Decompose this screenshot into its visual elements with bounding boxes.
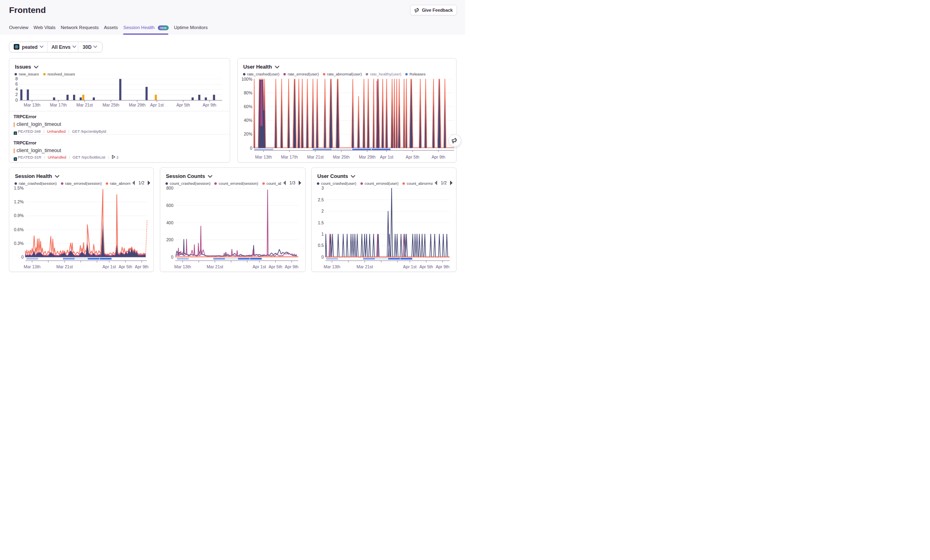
svg-text:0.9%: 0.9% [14, 213, 24, 218]
svg-text:Apr 1st: Apr 1st [380, 155, 393, 159]
svg-text:Apr 1st: Apr 1st [403, 264, 417, 269]
svg-text:400: 400 [166, 220, 174, 225]
svg-text:8: 8 [15, 76, 18, 81]
svg-text:Apr 5th: Apr 5th [119, 264, 132, 269]
svg-text:Apr 9th: Apr 9th [203, 102, 216, 107]
svg-text:Mar 17th: Mar 17th [50, 102, 67, 107]
svg-text:Apr 9th: Apr 9th [285, 264, 299, 269]
svg-text:1.5%: 1.5% [14, 186, 24, 190]
svg-text:2: 2 [321, 209, 324, 213]
svg-text:800: 800 [166, 186, 174, 190]
svg-text:Mar 17th: Mar 17th [281, 155, 298, 159]
svg-text:Apr 5th: Apr 5th [269, 264, 283, 269]
svg-text:Apr 9th: Apr 9th [436, 264, 449, 269]
svg-text:Mar 21st: Mar 21st [356, 264, 373, 269]
svg-text:Mar 29th: Mar 29th [129, 102, 146, 107]
svg-text:600: 600 [166, 203, 174, 208]
svg-text:Mar 21st: Mar 21st [56, 264, 73, 269]
svg-text:Mar 21st: Mar 21st [307, 155, 323, 159]
svg-text:0: 0 [171, 255, 174, 259]
svg-text:4: 4 [15, 87, 18, 92]
svg-text:Mar 13th: Mar 13th [24, 102, 41, 107]
svg-text:6: 6 [15, 81, 18, 86]
svg-text:200: 200 [166, 237, 174, 242]
svg-text:3: 3 [321, 186, 324, 190]
svg-text:1.5: 1.5 [318, 220, 324, 225]
svg-text:Apr 1st: Apr 1st [150, 102, 163, 107]
svg-text:Mar 21st: Mar 21st [207, 264, 223, 269]
svg-text:Mar 13th: Mar 13th [24, 264, 41, 269]
svg-text:2: 2 [15, 92, 18, 97]
svg-text:Apr 5th: Apr 5th [419, 264, 433, 269]
svg-text:100%: 100% [241, 77, 252, 81]
svg-text:Mar 25th: Mar 25th [333, 155, 350, 159]
svg-text:0: 0 [15, 98, 18, 102]
svg-text:Apr 1st: Apr 1st [253, 264, 266, 269]
svg-text:Mar 21st: Mar 21st [76, 102, 93, 107]
svg-text:80%: 80% [243, 90, 252, 95]
svg-text:Apr 1st: Apr 1st [103, 264, 116, 269]
svg-text:2.5: 2.5 [318, 197, 324, 202]
svg-text:0.3%: 0.3% [14, 241, 24, 246]
svg-text:40%: 40% [243, 118, 252, 123]
svg-text:Apr 5th: Apr 5th [176, 102, 190, 107]
svg-text:Mar 13th: Mar 13th [174, 264, 191, 269]
svg-text:Mar 13th: Mar 13th [324, 264, 341, 269]
svg-text:Apr 9th: Apr 9th [135, 264, 149, 269]
svg-text:0: 0 [250, 146, 252, 150]
svg-text:Mar 25th: Mar 25th [103, 102, 119, 107]
svg-text:Apr 9th: Apr 9th [431, 155, 445, 159]
svg-text:20%: 20% [243, 132, 252, 136]
svg-text:Mar 13th: Mar 13th [255, 155, 272, 159]
svg-text:Mar 29th: Mar 29th [358, 155, 375, 159]
svg-text:0.5: 0.5 [318, 243, 324, 248]
svg-text:0.6%: 0.6% [14, 227, 24, 232]
svg-text:0: 0 [21, 255, 24, 259]
svg-text:60%: 60% [243, 104, 252, 109]
svg-text:0: 0 [321, 255, 324, 259]
svg-text:1.2%: 1.2% [14, 199, 24, 204]
svg-text:1: 1 [321, 232, 324, 236]
svg-text:Apr 5th: Apr 5th [406, 155, 419, 159]
